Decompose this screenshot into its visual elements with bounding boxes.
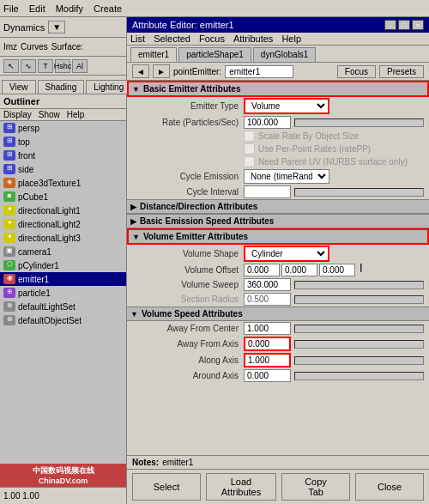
checkbox-0-4[interactable] bbox=[244, 156, 255, 167]
attr-input-4-3[interactable] bbox=[244, 369, 291, 382]
ae-close-title-btn[interactable]: × bbox=[412, 20, 424, 30]
outliner-item-place3dTexture1[interactable]: ◈place3dTexture1 bbox=[0, 176, 126, 190]
tab-shading[interactable]: Shading bbox=[38, 80, 85, 94]
timeline-values: 1.00 1.00 bbox=[3, 491, 39, 501]
icon-lasso[interactable]: ∿ bbox=[21, 59, 36, 73]
ae-menu-focus[interactable]: Focus bbox=[199, 33, 225, 44]
ae-menu-help[interactable]: Help bbox=[281, 33, 301, 44]
icon-T[interactable]: T bbox=[38, 59, 53, 73]
attr-input-3-3[interactable] bbox=[244, 293, 291, 306]
outliner-item-camera1[interactable]: ▣camera1 bbox=[0, 245, 126, 258]
menu-create[interactable]: Create bbox=[94, 3, 122, 14]
attr-dropdown-0-5[interactable]: None (timeRandom off) bbox=[244, 169, 329, 184]
attr-triple-input-3-1-2[interactable] bbox=[319, 264, 355, 276]
timeline-bar: 1.00 1.00 bbox=[0, 487, 126, 504]
outliner-item-pCube1[interactable]: ■pCube1 bbox=[0, 190, 126, 203]
watermark: 中国数码视频在线 ChinaDV.com bbox=[0, 464, 126, 487]
icon-select[interactable]: ↖ bbox=[3, 59, 19, 73]
dynamics-dropdown[interactable]: ▼ bbox=[48, 21, 65, 33]
outliner-item-directionalLight3[interactable]: ✦directionalLight3 bbox=[0, 231, 126, 245]
load-attributes-button[interactable]: Load Attributes bbox=[206, 473, 276, 501]
ae-content-area[interactable]: ▼Basic Emitter AttributesEmitter TypeVol… bbox=[127, 81, 429, 455]
ae-tab-dynglobals1[interactable]: dynGlobals1 bbox=[253, 47, 317, 62]
outliner-item-directionalLight1[interactable]: ✦directionalLight1 bbox=[0, 203, 126, 217]
ae-minimize-btn[interactable]: - bbox=[384, 20, 396, 30]
ae-menu-list[interactable]: List bbox=[130, 33, 145, 44]
ae-next-btn[interactable]: ► bbox=[153, 64, 170, 78]
attr-row-0-5: Cycle EmissionNone (timeRandom off) bbox=[127, 168, 429, 185]
ae-tab-particleshape1[interactable]: particleShape1 bbox=[178, 47, 251, 62]
presets-btn[interactable]: Presets bbox=[379, 65, 424, 78]
slider-triple-3-1[interactable] bbox=[360, 264, 362, 272]
ae-menu-selected[interactable]: Selected bbox=[154, 33, 190, 44]
copy-tab-button[interactable]: Copy Tab bbox=[281, 473, 350, 501]
section-header-1[interactable]: ▶Distance/Direction Attributes bbox=[127, 199, 429, 214]
section-title-0: Basic Emitter Attributes bbox=[143, 84, 241, 94]
slider-3-3[interactable] bbox=[294, 295, 424, 304]
tab-curves[interactable]: Curves bbox=[21, 42, 48, 52]
attr-input-0-6[interactable] bbox=[244, 185, 291, 198]
section-header-0[interactable]: ▼Basic Emitter Attributes bbox=[127, 81, 429, 97]
close-button[interactable]: Close bbox=[355, 473, 424, 501]
attr-input-4-1[interactable] bbox=[244, 337, 291, 351]
menu-edit[interactable]: Edit bbox=[29, 3, 45, 14]
outliner-item-persp[interactable]: ⊞persp bbox=[0, 121, 126, 135]
ae-tab-emitter1[interactable]: emitter1 bbox=[130, 47, 177, 62]
left-toolbar: Imz Curves Surface: bbox=[0, 38, 126, 57]
ae-maximize-btn[interactable]: □ bbox=[398, 20, 410, 30]
menu-file[interactable]: File bbox=[3, 3, 19, 14]
ae-emitter-toolbar: ◄ ► pointEmitter: Focus Presets bbox=[127, 63, 429, 81]
icon-set: ⊗ bbox=[3, 315, 15, 325]
tab-surface[interactable]: Surface: bbox=[51, 42, 83, 52]
slider-4-2[interactable] bbox=[294, 356, 424, 365]
select-button[interactable]: Select bbox=[132, 473, 201, 501]
section-header-3[interactable]: ▼Volume Emitter Attributes bbox=[127, 228, 429, 245]
checkbox-0-3[interactable] bbox=[244, 143, 255, 155]
attr-dropdown-3-0[interactable]: Cylinder bbox=[244, 246, 329, 262]
attr-input-3-2[interactable] bbox=[244, 278, 291, 291]
attr-dropdown-0-0[interactable]: Volume bbox=[244, 98, 329, 114]
attr-row-4-0: Away From Center bbox=[127, 321, 429, 336]
slider-3-2[interactable] bbox=[294, 281, 424, 289]
outliner-item-front[interactable]: ⊞front bbox=[0, 149, 126, 162]
attr-input-4-2[interactable] bbox=[244, 353, 291, 367]
outliner-item-top[interactable]: ⊞top bbox=[0, 135, 126, 149]
checkbox-0-2[interactable] bbox=[244, 131, 255, 142]
tab-view[interactable]: View bbox=[2, 80, 36, 94]
section-header-2[interactable]: ▶Basic Emission Speed Attributes bbox=[127, 214, 429, 228]
attr-input-0-1[interactable] bbox=[244, 116, 291, 129]
slider-0-1[interactable] bbox=[294, 118, 424, 127]
menu-modify[interactable]: Modify bbox=[56, 3, 83, 14]
outliner-item-emitter1[interactable]: ◉emitter1 bbox=[0, 272, 126, 286]
slider-4-0[interactable] bbox=[294, 325, 424, 333]
attr-row-3-0: Volume ShapeCylinder bbox=[127, 245, 429, 263]
outliner-item-particle1[interactable]: ⊕particle1 bbox=[0, 286, 126, 300]
attr-triple-input-3-1-0[interactable] bbox=[244, 264, 280, 276]
section-arrow-1: ▶ bbox=[130, 203, 136, 211]
outliner-item-side[interactable]: ⊞side bbox=[0, 162, 126, 176]
outliner-menu-display[interactable]: Display bbox=[3, 110, 32, 119]
attr-triple-input-3-1-1[interactable] bbox=[281, 264, 317, 276]
icon-hshc[interactable]: Hshc bbox=[55, 59, 70, 73]
outliner-menu-show[interactable]: Show bbox=[39, 110, 60, 119]
outliner-list: ⊞persp⊞top⊞front⊞side◈place3dTexture1■pC… bbox=[0, 121, 126, 464]
outliner-item-defaultLightSet[interactable]: ⊗defaultLightSet bbox=[0, 300, 126, 313]
icon-al[interactable]: Al bbox=[72, 59, 88, 73]
tab-imz[interactable]: Imz bbox=[3, 42, 17, 52]
slider-0-6[interactable] bbox=[294, 188, 424, 197]
tab-lighting[interactable]: Lighting bbox=[86, 80, 131, 94]
attr-input-4-0[interactable] bbox=[244, 322, 291, 335]
ae-prev-btn[interactable]: ◄ bbox=[132, 64, 149, 78]
slider-4-3[interactable] bbox=[294, 372, 424, 380]
outliner-item-directionalLight2[interactable]: ✦directionalLight2 bbox=[0, 217, 126, 231]
section-header-4[interactable]: ▼Volume Speed Attributes bbox=[127, 307, 429, 321]
outliner-menu-help[interactable]: Help bbox=[67, 110, 85, 119]
point-emitter-input[interactable] bbox=[225, 65, 293, 78]
dynamics-label: Dynamics bbox=[3, 22, 45, 33]
outliner-item-defaultObjectSet[interactable]: ⊗defaultObjectSet bbox=[0, 313, 126, 327]
slider-4-1[interactable] bbox=[294, 340, 424, 349]
outliner-item-pCylinder1[interactable]: ⬠pCylinder1 bbox=[0, 258, 126, 272]
focus-btn[interactable]: Focus bbox=[337, 65, 376, 78]
icon-light: ✦ bbox=[3, 205, 15, 216]
ae-menu-attributes[interactable]: Attributes bbox=[233, 33, 273, 44]
